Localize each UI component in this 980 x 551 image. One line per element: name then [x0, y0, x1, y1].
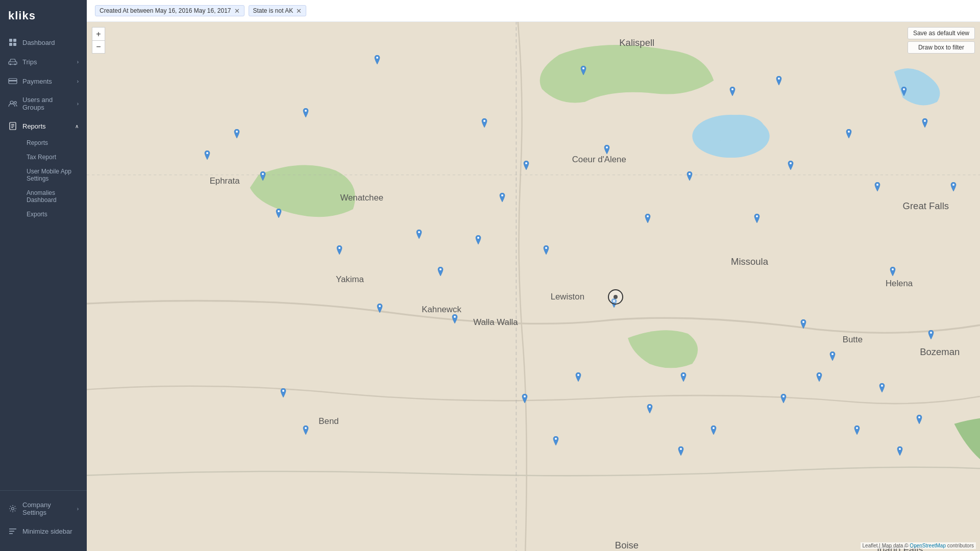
state-filter-close[interactable]: ✕ — [296, 8, 302, 14]
location-pin[interactable] — [552, 436, 559, 445]
svg-point-21 — [714, 115, 765, 146]
svg-text:Coeur d'Alene: Coeur d'Alene — [572, 155, 626, 164]
sub-nav-item-tax-report[interactable]: Tax Report — [22, 150, 87, 164]
location-pin[interactable] — [816, 372, 823, 382]
location-pin[interactable] — [302, 425, 309, 435]
location-pin[interactable] — [376, 304, 383, 313]
svg-point-56 — [647, 215, 649, 217]
sidebar-item-users-groups[interactable]: Users and Groups › — [0, 91, 87, 116]
location-pin[interactable] — [775, 76, 782, 85]
svg-point-79 — [577, 374, 579, 376]
filter-bar: Created At between May 16, 2016 May 16, … — [87, 0, 980, 22]
svg-point-5 — [10, 64, 11, 65]
location-pin[interactable] — [680, 372, 687, 382]
location-pin[interactable] — [603, 145, 610, 154]
location-pin[interactable] — [437, 267, 444, 276]
svg-point-66 — [848, 131, 850, 133]
svg-point-76 — [305, 427, 307, 429]
state-filter-tag: State is not AK ✕ — [249, 5, 307, 16]
location-pin[interactable] — [543, 245, 550, 255]
location-pin[interactable] — [800, 319, 807, 329]
sidebar-item-label: Trips — [22, 58, 37, 66]
location-pin[interactable] — [845, 129, 852, 138]
svg-point-82 — [713, 427, 715, 429]
sidebar-item-reports[interactable]: Reports ∧ — [0, 116, 87, 136]
svg-point-15 — [12, 508, 14, 510]
location-pin[interactable] — [787, 161, 794, 170]
zoom-in-button[interactable]: + — [92, 27, 105, 40]
location-pin[interactable] — [521, 394, 528, 403]
location-pin[interactable] — [677, 446, 684, 456]
svg-point-48 — [338, 247, 340, 249]
location-pin[interactable] — [927, 330, 935, 339]
location-pin[interactable] — [710, 425, 717, 435]
sidebar-item-dashboard[interactable]: Dashboard — [0, 33, 87, 52]
location-pin[interactable] — [275, 209, 282, 218]
main-nav: Dashboard Trips › Pa — [0, 33, 87, 490]
sidebar-item-trips[interactable]: Trips › — [0, 52, 87, 71]
location-pin[interactable] — [280, 388, 287, 397]
location-pin[interactable] — [916, 415, 923, 424]
draw-box-button[interactable]: Draw box to filter — [908, 41, 975, 54]
sub-nav-item-reports[interactable]: Reports — [22, 136, 87, 150]
zoom-out-button[interactable]: − — [92, 40, 105, 54]
location-pin[interactable] — [259, 171, 266, 181]
location-pin[interactable] — [829, 352, 836, 361]
location-pin[interactable] — [499, 193, 506, 202]
location-pin[interactable] — [575, 372, 582, 382]
location-pin[interactable] — [950, 182, 957, 191]
location-pin[interactable] — [874, 182, 881, 191]
location-pin[interactable] — [686, 171, 693, 181]
svg-point-53 — [545, 247, 547, 249]
svg-text:Kahnewck: Kahnewck — [422, 305, 461, 314]
location-pin[interactable] — [481, 118, 488, 128]
location-pin[interactable] — [896, 446, 903, 456]
location-pin[interactable] — [415, 230, 423, 239]
svg-point-83 — [782, 395, 785, 397]
state-filter-label: State is not AK — [253, 7, 293, 14]
location-pin[interactable] — [233, 129, 240, 138]
sub-nav-item-exports[interactable]: Exports — [22, 207, 87, 221]
location-pin[interactable] — [475, 235, 482, 244]
minimize-icon — [8, 527, 17, 536]
sub-nav-item-user-mobile-app[interactable]: User Mobile App Settings — [22, 164, 87, 186]
sidebar-item-company-settings[interactable]: Company Settings › — [0, 496, 87, 521]
location-pin[interactable] — [204, 151, 211, 160]
location-pin[interactable] — [374, 55, 381, 64]
location-pin[interactable] — [780, 394, 787, 403]
map-container[interactable]: Kalispell Coeur d'Alene Ephrata Wenatche… — [87, 22, 980, 551]
sidebar-item-label: Dashboard — [22, 39, 55, 46]
location-pin[interactable] — [451, 314, 458, 323]
svg-point-54 — [582, 67, 584, 69]
location-pin[interactable] — [921, 118, 928, 128]
sidebar-item-payments[interactable]: Payments › — [0, 71, 87, 91]
svg-point-72 — [483, 120, 485, 122]
svg-point-50 — [379, 305, 381, 307]
users-icon — [8, 99, 17, 108]
svg-text:Yakima: Yakima — [336, 274, 364, 284]
svg-point-51 — [501, 194, 503, 196]
sidebar-item-label: Minimize sidebar — [22, 528, 72, 535]
location-pin[interactable] — [878, 383, 886, 392]
location-pin[interactable] — [644, 214, 651, 223]
svg-rect-17 — [9, 531, 14, 532]
location-pin[interactable] — [580, 66, 587, 75]
date-filter-close[interactable]: ✕ — [234, 8, 240, 14]
svg-point-78 — [555, 438, 557, 440]
sub-nav-item-anomalies[interactable]: Anomalies Dashboard — [22, 186, 87, 207]
location-pin[interactable] — [889, 267, 896, 276]
location-pin[interactable] — [336, 245, 343, 255]
svg-point-55 — [606, 146, 608, 148]
location-pin[interactable] — [646, 404, 653, 413]
location-pin[interactable] — [900, 87, 908, 96]
location-pin[interactable] — [753, 214, 761, 223]
sidebar-item-minimize[interactable]: Minimize sidebar — [0, 521, 87, 541]
location-pin[interactable] — [523, 161, 530, 170]
date-filter-tag: Created At between May 16, 2016 May 16, … — [95, 5, 244, 16]
svg-text:Wenatchee: Wenatchee — [340, 193, 383, 203]
location-pin[interactable] — [853, 425, 861, 435]
location-pin[interactable] — [302, 108, 309, 117]
svg-point-73 — [477, 237, 479, 239]
location-pin[interactable] — [729, 87, 736, 96]
save-default-button[interactable]: Save as default view — [908, 27, 975, 39]
